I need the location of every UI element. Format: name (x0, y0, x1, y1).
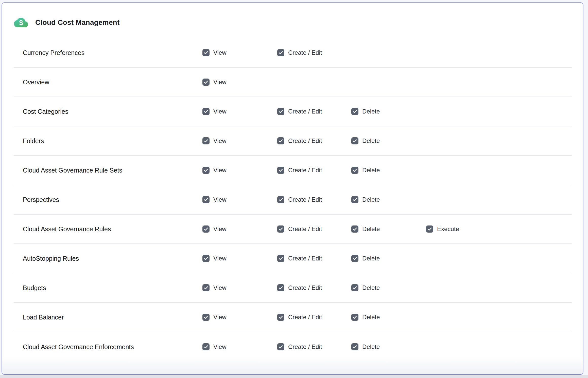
checkbox-checked[interactable] (351, 255, 358, 262)
checkbox-checked[interactable] (351, 343, 358, 350)
execute-cell (426, 284, 572, 291)
checkbox-checked[interactable] (202, 225, 210, 233)
view-checkbox[interactable]: View (202, 314, 227, 321)
execute-cell (426, 137, 572, 144)
checkbox-checked[interactable] (277, 314, 284, 321)
checkbox-checked[interactable] (351, 225, 358, 233)
row-load-balancer: Load Balancer View Create / Edit (14, 303, 572, 332)
view-cell: View (202, 284, 277, 291)
create-edit-checkbox[interactable]: Create / Edit (277, 343, 322, 350)
checkbox-checked[interactable] (202, 343, 210, 350)
check-icon (278, 168, 283, 173)
delete-checkbox-label: Delete (362, 108, 380, 115)
view-checkbox[interactable]: View (202, 79, 227, 86)
checkbox-checked[interactable] (202, 108, 210, 115)
delete-checkbox[interactable]: Delete (351, 314, 380, 321)
checkbox-checked[interactable] (202, 49, 210, 56)
delete-checkbox[interactable]: Delete (351, 284, 380, 291)
create-edit-checkbox[interactable]: Create / Edit (277, 284, 322, 291)
view-cell: View (202, 79, 277, 86)
execute-checkbox[interactable]: Execute (426, 225, 459, 233)
create-edit-checkbox-label: Create / Edit (288, 343, 322, 350)
checkbox-checked[interactable] (277, 255, 284, 262)
row-cost-categories: Cost Categories View Create / Edit (14, 97, 572, 126)
checkbox-checked[interactable] (351, 137, 358, 144)
view-cell: View (202, 137, 277, 144)
create-edit-checkbox[interactable]: Create / Edit (277, 137, 322, 144)
view-checkbox-label: View (213, 343, 227, 350)
cloud-dollar-icon: $ (14, 17, 28, 28)
view-cell: View (202, 196, 277, 203)
check-icon (352, 315, 357, 320)
checkbox-checked[interactable] (277, 225, 284, 233)
create-edit-checkbox[interactable]: Create / Edit (277, 225, 322, 233)
view-checkbox[interactable]: View (202, 137, 227, 144)
delete-checkbox-label: Delete (362, 196, 380, 203)
view-checkbox-label: View (213, 167, 227, 174)
checkbox-checked[interactable] (351, 108, 358, 115)
checkbox-checked[interactable] (277, 284, 284, 291)
view-checkbox[interactable]: View (202, 225, 227, 233)
view-checkbox[interactable]: View (202, 343, 227, 350)
delete-cell (351, 49, 426, 56)
checkbox-checked[interactable] (277, 196, 284, 203)
view-checkbox[interactable]: View (202, 167, 227, 174)
delete-checkbox[interactable]: Delete (351, 343, 380, 350)
view-checkbox-label: View (213, 49, 227, 56)
view-checkbox-label: View (213, 284, 227, 291)
delete-checkbox[interactable]: Delete (351, 196, 380, 203)
resource-name: Currency Preferences (23, 49, 202, 56)
checkbox-checked[interactable] (277, 108, 284, 115)
create-edit-cell: Create / Edit (277, 314, 351, 321)
delete-cell (351, 79, 426, 86)
view-checkbox-label: View (213, 137, 227, 144)
checkbox-checked[interactable] (351, 284, 358, 291)
checkbox-checked[interactable] (202, 284, 210, 291)
delete-checkbox[interactable]: Delete (351, 225, 380, 233)
checkbox-checked[interactable] (202, 79, 210, 86)
checkbox-checked[interactable] (277, 167, 284, 174)
checkbox-checked[interactable] (277, 343, 284, 350)
view-checkbox[interactable]: View (202, 284, 227, 291)
checkbox-checked[interactable] (351, 167, 358, 174)
check-icon (203, 197, 209, 202)
create-edit-checkbox[interactable]: Create / Edit (277, 314, 322, 321)
create-edit-cell (277, 79, 351, 86)
create-edit-checkbox[interactable]: Create / Edit (277, 196, 322, 203)
checkbox-checked[interactable] (277, 49, 284, 56)
checkbox-checked[interactable] (351, 196, 358, 203)
view-checkbox-label: View (213, 255, 227, 262)
create-edit-checkbox[interactable]: Create / Edit (277, 49, 322, 56)
check-icon (278, 256, 283, 261)
view-checkbox[interactable]: View (202, 196, 227, 203)
check-icon (203, 256, 209, 261)
create-edit-cell: Create / Edit (277, 167, 351, 174)
checkbox-checked[interactable] (202, 314, 210, 321)
checkbox-checked[interactable] (202, 137, 210, 144)
delete-cell: Delete (351, 196, 426, 203)
create-edit-checkbox[interactable]: Create / Edit (277, 108, 322, 115)
checkbox-checked[interactable] (202, 196, 210, 203)
check-icon (352, 197, 357, 202)
resource-name: Cloud Asset Governance Rules (23, 225, 202, 233)
check-icon (352, 138, 357, 143)
create-edit-cell: Create / Edit (277, 196, 351, 203)
checkbox-checked[interactable] (202, 255, 210, 262)
checkbox-checked[interactable] (277, 137, 284, 144)
view-checkbox[interactable]: View (202, 108, 227, 115)
delete-checkbox[interactable]: Delete (351, 255, 380, 262)
create-edit-checkbox[interactable]: Create / Edit (277, 167, 322, 174)
checkbox-checked[interactable] (351, 314, 358, 321)
delete-checkbox[interactable]: Delete (351, 108, 380, 115)
delete-checkbox[interactable]: Delete (351, 167, 380, 174)
delete-checkbox[interactable]: Delete (351, 137, 380, 144)
view-checkbox-label: View (213, 108, 227, 115)
view-checkbox[interactable]: View (202, 49, 227, 56)
row-folders: Folders View Create / Edit (14, 126, 572, 156)
dollar-icon: $ (14, 18, 28, 28)
checkbox-checked[interactable] (202, 167, 210, 174)
checkbox-checked[interactable] (426, 225, 433, 233)
check-icon (427, 226, 432, 232)
view-checkbox[interactable]: View (202, 255, 227, 262)
create-edit-checkbox[interactable]: Create / Edit (277, 255, 322, 262)
